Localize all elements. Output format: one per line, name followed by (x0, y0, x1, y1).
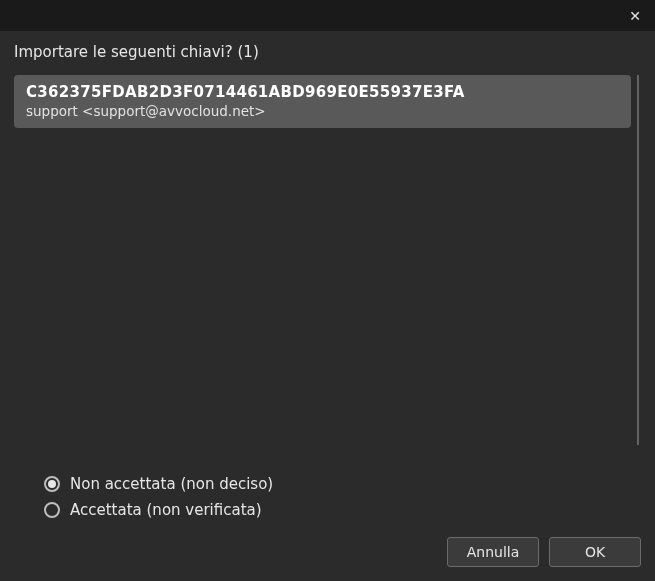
key-list-wrap: C362375FDAB2D3F0714461ABD969E0E55937E3FA… (14, 75, 641, 445)
titlebar: ✕ (0, 0, 655, 31)
close-button[interactable]: ✕ (621, 2, 649, 30)
radio-accepted[interactable]: Accettata (non verificata) (44, 501, 641, 519)
radio-label: Accettata (non verificata) (70, 501, 262, 519)
radio-icon (44, 476, 60, 492)
scrollbar[interactable] (637, 75, 639, 445)
radio-icon (44, 502, 60, 518)
key-userid: support <support@avvocloud.net> (26, 103, 619, 119)
radio-label: Non accettata (non deciso) (70, 475, 273, 493)
key-list[interactable]: C362375FDAB2D3F0714461ABD969E0E55937E3FA… (14, 75, 631, 445)
dialog-content: Importare le seguenti chiavi? (1) C36237… (0, 31, 655, 581)
import-keys-dialog: ✕ Importare le seguenti chiavi? (1) C362… (0, 0, 655, 581)
ok-button[interactable]: OK (549, 537, 641, 567)
key-fingerprint: C362375FDAB2D3F0714461ABD969E0E55937E3FA (26, 83, 619, 101)
prompt-text: Importare le seguenti chiavi? (1) (14, 43, 641, 61)
key-item[interactable]: C362375FDAB2D3F0714461ABD969E0E55937E3FA… (14, 75, 631, 128)
radio-not-accepted[interactable]: Non accettata (non deciso) (44, 475, 641, 493)
dialog-buttons: Annulla OK (14, 537, 641, 567)
acceptance-radio-group: Non accettata (non deciso) Accettata (no… (14, 475, 641, 519)
cancel-button[interactable]: Annulla (447, 537, 539, 567)
close-icon: ✕ (629, 9, 641, 23)
